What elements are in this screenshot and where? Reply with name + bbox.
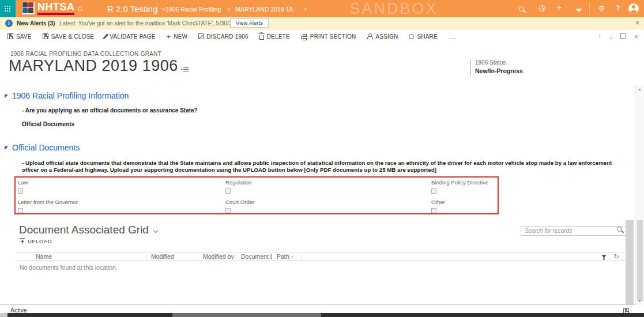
cmd-share[interactable]: SHARE — [409, 33, 437, 40]
popout-icon[interactable] — [620, 33, 626, 40]
pencil-icon — [105, 33, 107, 39]
upload-button[interactable]: UPLOAD — [20, 238, 52, 244]
logo-text: NHTSA — [37, 2, 75, 12]
alerts-bar: i New Alerts (3) Latest: You've got an a… — [0, 17, 644, 29]
checkbox-letter-from-governor[interactable] — [18, 208, 23, 213]
grid-empty-message: No documents found at this location. — [20, 264, 118, 271]
alerts-close-icon[interactable]: × — [635, 19, 639, 27]
info-icon: i — [5, 20, 13, 27]
hscroll-left-cap — [0, 313, 7, 317]
chevron-down-icon — [153, 228, 158, 233]
nhtsa-logo[interactable]: NHTSA ⌂ — [22, 2, 83, 15]
header-status-field: 1906 Status New/In-Progress — [470, 59, 523, 76]
help-icon[interactable]: ? — [616, 5, 620, 12]
scrollbar-up-icon[interactable]: ▲ — [638, 87, 642, 91]
field-binding-policy-directive: Binding Policy Directive — [431, 179, 488, 196]
printer-icon — [301, 33, 307, 39]
breadcrumb: 1906 Racial Profiling MARYLAND 2019 19..… — [165, 6, 306, 13]
grid-refresh-icon[interactable]: ↻ — [614, 253, 619, 261]
upload-instruction-text: - Upload official state documents that d… — [22, 160, 630, 173]
page-title: MARYLAND 2019 1906 — [9, 57, 189, 75]
settings-gear-icon[interactable]: ⚙ — [598, 5, 605, 12]
checkbox-court-order[interactable] — [225, 208, 231, 213]
document-type-highlight-box: Law Regulation Binding Policy Directive … — [14, 176, 499, 214]
field-law: Law — [18, 179, 28, 196]
recent-items-clock-icon[interactable] — [539, 5, 545, 13]
checkbox-label: Binding Policy Directive — [431, 179, 488, 186]
grid-vertical-scrollbar[interactable] — [626, 220, 634, 304]
grid-header-row: Name Modified Modified by Document Lo...… — [17, 252, 626, 261]
command-bar: SAVE SAVE & CLOSE VALIDATE PAGE +NEW DIS… — [0, 29, 644, 43]
page-vertical-scrollbar[interactable]: ▲ ▼ — [635, 85, 644, 305]
grid-search — [521, 225, 626, 235]
checkbox-other[interactable] — [431, 208, 436, 213]
section-official-documents[interactable]: Official Documents — [5, 143, 80, 152]
trash-icon — [259, 33, 264, 40]
top-nav-bar: NHTSA ⌂ R 2.0 Testing 1906 Racial Profil… — [0, 0, 644, 17]
scroll-up-icon[interactable]: ↑ — [598, 33, 601, 40]
grid-filter-funnel-icon[interactable] — [601, 254, 607, 261]
search-icon[interactable] — [519, 5, 524, 13]
applying-question-label: - Are you applying as an official docume… — [22, 107, 198, 114]
view-alerts-button[interactable]: View Alerts — [230, 18, 269, 28]
status-label: 1906 Status — [475, 59, 523, 66]
section-racial-profiling-info[interactable]: 1906 Racial Profiling Information — [5, 91, 129, 100]
cmd-overflow-ellipsis[interactable]: ... — [449, 32, 457, 41]
user-avatar[interactable] — [628, 3, 639, 15]
search-input[interactable] — [521, 226, 626, 236]
cmd-delete[interactable]: DELETE — [259, 33, 290, 40]
breadcrumb-entity[interactable]: 1906 Racial Profiling — [165, 6, 221, 13]
nav-divider — [157, 2, 157, 15]
scroll-down-icon[interactable]: ↓ — [609, 33, 613, 40]
cmd-save-and-close[interactable]: SAVE & CLOSE — [43, 33, 94, 40]
cmd-validate-page[interactable]: VALIDATE PAGE — [105, 33, 155, 40]
checkbox-label: Law — [18, 179, 28, 186]
logo-red-bar — [37, 13, 74, 15]
home-icon[interactable]: ⌂ — [78, 3, 83, 13]
horizontal-scrollbar[interactable] — [0, 313, 644, 317]
breadcrumb-record[interactable]: MARYLAND 2019 19... — [235, 6, 297, 13]
field-other: Other — [431, 199, 445, 216]
vscroll-thumb[interactable] — [637, 220, 643, 301]
section-collapse-icon — [5, 95, 8, 98]
waffle-icon — [5, 6, 6, 7]
plus-icon: + — [167, 32, 171, 41]
alerts-title: New Alerts (3) — [17, 20, 55, 27]
search-icon[interactable] — [617, 227, 622, 232]
applying-answer-value: Official Documents — [22, 121, 74, 127]
cmd-discard-1906[interactable]: DISCARD 1906 — [198, 33, 248, 40]
cmd-new[interactable]: +NEW — [167, 32, 188, 41]
close-form-icon[interactable]: × — [634, 32, 638, 41]
form-selector-icon[interactable] — [183, 67, 189, 69]
nav-divider — [589, 2, 590, 15]
quick-create-plus-icon[interactable]: + — [556, 3, 562, 11]
app-name-label: R 2.0 Testing — [107, 4, 157, 14]
app-launcher-button[interactable] — [0, 0, 16, 17]
field-letter-from-governor: Letter from the Governor — [18, 199, 78, 216]
form-status-bar: Active — [0, 304, 644, 313]
cmd-assign[interactable]: ASSIGN — [367, 33, 398, 40]
column-document-location[interactable]: Document Lo... — [236, 254, 272, 259]
section-collapse-icon — [5, 146, 8, 150]
checkbox-binding-policy-directive[interactable] — [431, 188, 436, 194]
status-value: New/In-Progress — [475, 67, 523, 74]
assign-person-icon — [367, 33, 372, 39]
app-window: NHTSA ⌂ R 2.0 Testing 1906 Racial Profil… — [0, 0, 644, 317]
hscroll-thumb[interactable] — [172, 313, 321, 317]
column-path[interactable]: Path↑ — [272, 254, 302, 259]
column-name[interactable]: Name — [31, 254, 146, 259]
cmd-save[interactable]: SAVE — [7, 33, 32, 40]
scrollbar-down-icon[interactable]: ▼ — [638, 299, 642, 303]
checkbox-law[interactable] — [18, 188, 23, 194]
cmd-print-section[interactable]: PRINT SECTION — [301, 33, 356, 40]
column-modified[interactable]: Modified — [146, 254, 198, 259]
field-regulation: Regulation — [225, 179, 251, 196]
checkbox-label: Court Order — [225, 199, 254, 205]
upload-icon — [20, 238, 25, 244]
checkbox-regulation[interactable] — [225, 188, 231, 194]
checkbox-label: Regulation — [225, 179, 251, 186]
document-grid-title[interactable]: Document Associated Grid — [19, 224, 157, 236]
column-modified-by[interactable]: Modified by — [198, 254, 236, 259]
sandbox-watermark: SANDBOX — [345, 0, 443, 18]
share-icon — [409, 34, 414, 39]
